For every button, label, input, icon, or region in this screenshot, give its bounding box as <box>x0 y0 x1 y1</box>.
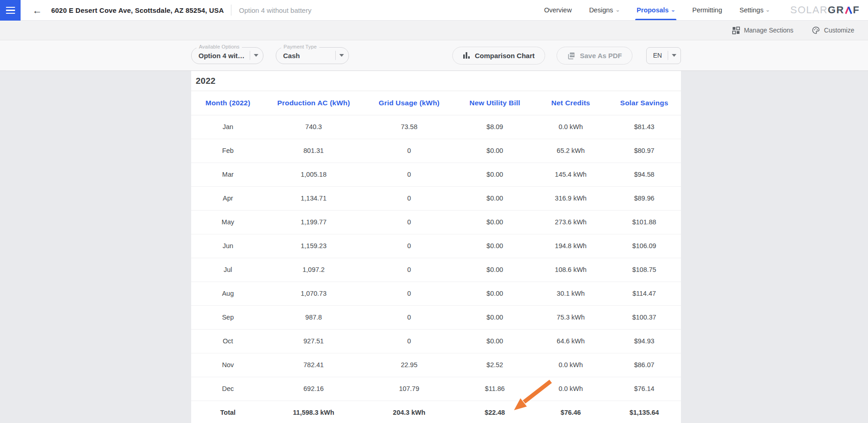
table-total-row: Total11,598.3 kWh204.3 kWh$22.48$76.46$1… <box>191 401 681 423</box>
table-cell: $80.97 <box>607 139 681 163</box>
table-cell: 1,199.77 <box>265 210 363 234</box>
table-cell: $89.96 <box>607 186 681 210</box>
table-cell: 0 <box>363 234 455 258</box>
table-row: Dec692.16107.79$11.860.0 kWh$76.14 <box>191 377 681 401</box>
table-cell: 204.3 kWh <box>363 401 455 423</box>
nav-proposals[interactable]: Proposals ⌄ <box>628 0 684 20</box>
table-cell: $76.46 <box>534 401 608 423</box>
language-value: EN <box>653 52 668 59</box>
table-cell: $0.00 <box>455 305 534 329</box>
table-row: Feb801.310$0.0065.2 kWh$80.97 <box>191 139 681 163</box>
table-row: Aug1,070.730$0.0030.1 kWh$114.47 <box>191 282 681 305</box>
table-cell: 22.95 <box>363 353 455 377</box>
manage-sections-button[interactable]: Manage Sections <box>732 27 793 34</box>
project-address: 6020 E Desert Cove Ave, Scottsdale, AZ 8… <box>51 6 224 14</box>
table-cell: 782.41 <box>265 353 363 377</box>
table-cell: 1,005.18 <box>265 163 363 186</box>
table-cell: $0.00 <box>455 282 534 305</box>
column-header-solar-savings: Solar Savings <box>607 91 681 115</box>
table-cell: 107.79 <box>363 377 455 401</box>
table-cell: $81.43 <box>607 115 681 139</box>
table-cell: 0 <box>363 139 455 163</box>
language-select[interactable]: EN <box>646 47 681 64</box>
table-cell: $100.37 <box>607 305 681 329</box>
customize-button[interactable]: Customize <box>812 26 854 34</box>
table-cell: 30.1 kWh <box>534 282 608 305</box>
dashboard-grid-icon <box>732 27 740 34</box>
column-header-month: Month (2022) <box>191 91 265 115</box>
table-cell: 0.0 kWh <box>534 377 608 401</box>
available-options-select[interactable]: Available Options Option 4 with... <box>191 47 263 64</box>
table-cell: 0 <box>363 258 455 282</box>
table-cell: 73.58 <box>363 115 455 139</box>
table-row: Jan740.373.58$8.090.0 kWh$81.43 <box>191 115 681 139</box>
year-heading: 2022 <box>191 71 681 91</box>
table-cell: Sep <box>191 305 265 329</box>
chevron-down-icon <box>254 54 258 57</box>
table-cell: $22.48 <box>455 401 534 423</box>
table-cell: Feb <box>191 139 265 163</box>
table-row: Apr1,134.710$0.00316.9 kWh$89.96 <box>191 186 681 210</box>
table-cell: 740.3 <box>265 115 363 139</box>
chevron-down-icon: ⌄ <box>766 8 771 12</box>
table-cell: 65.2 kWh <box>534 139 608 163</box>
available-options-value: Option 4 with... <box>198 52 245 60</box>
table-cell: 692.16 <box>265 377 363 401</box>
table-cell: $0.00 <box>455 139 534 163</box>
table-cell: Total <box>191 401 265 423</box>
chevron-down-icon <box>339 54 344 57</box>
table-cell: Jan <box>191 115 265 139</box>
palette-icon <box>812 26 820 34</box>
table-cell: 0.0 kWh <box>534 115 608 139</box>
column-header-net-credits: Net Credits <box>534 91 608 115</box>
table-cell: $0.00 <box>455 329 534 353</box>
proposal-toolbar: Available Options Option 4 with... Payme… <box>0 40 868 71</box>
logo-caret-icon <box>845 6 852 14</box>
svg-text:PDF: PDF <box>570 54 574 56</box>
back-arrow-icon[interactable]: ← <box>32 5 42 15</box>
table-cell: 0 <box>363 210 455 234</box>
nav-designs[interactable]: Designs ⌄ <box>580 0 628 20</box>
nav-settings[interactable]: Settings ⌄ <box>731 0 778 20</box>
comparison-chart-button[interactable]: Comparison Chart <box>452 47 545 65</box>
table-cell: $0.00 <box>455 186 534 210</box>
nav-permitting[interactable]: Permitting <box>684 0 731 20</box>
table-cell: $1,135.64 <box>607 401 681 423</box>
table-row: Mar1,005.180$0.00145.4 kWh$94.58 <box>191 163 681 186</box>
table-row: Jul1,097.20$0.00108.6 kWh$108.75 <box>191 258 681 282</box>
table-cell: 1,070.73 <box>265 282 363 305</box>
table-cell: $94.58 <box>607 163 681 186</box>
table-cell: $108.75 <box>607 258 681 282</box>
solargraf-logo: SOLARGRF <box>790 0 860 20</box>
table-cell: $114.47 <box>607 282 681 305</box>
nav-overview[interactable]: Overview <box>536 0 580 20</box>
table-cell: May <box>191 210 265 234</box>
bar-chart-icon <box>463 52 470 59</box>
column-header-production: Production AC (kWh) <box>265 91 363 115</box>
table-cell: 927.51 <box>265 329 363 353</box>
table-cell: Dec <box>191 377 265 401</box>
hamburger-menu-button[interactable] <box>0 0 21 21</box>
payment-type-value: Cash <box>283 52 331 60</box>
table-cell: Jun <box>191 234 265 258</box>
table-cell: 75.3 kWh <box>534 305 608 329</box>
table-cell: 11,598.3 kWh <box>265 401 363 423</box>
payment-type-select[interactable]: Payment Type Cash <box>276 47 349 64</box>
table-cell: Apr <box>191 186 265 210</box>
table-row: Jun1,159.230$0.00194.8 kWh$106.09 <box>191 234 681 258</box>
table-cell: $0.00 <box>455 163 534 186</box>
table-cell: $94.93 <box>607 329 681 353</box>
table-cell: $2.52 <box>455 353 534 377</box>
table-cell: 0 <box>363 329 455 353</box>
table-row: Sep987.80$0.0075.3 kWh$100.37 <box>191 305 681 329</box>
content-area: 2022 Month (2022) Production AC (kWh) Gr… <box>0 71 868 423</box>
table-cell: Oct <box>191 329 265 353</box>
save-as-pdf-button[interactable]: PDF Save As PDF <box>557 47 632 65</box>
table-cell: Jul <box>191 258 265 282</box>
table-header-row: Month (2022) Production AC (kWh) Grid Us… <box>191 91 681 115</box>
table-cell: $0.00 <box>455 258 534 282</box>
chevron-down-icon <box>672 54 676 57</box>
chevron-down-icon: ⌄ <box>615 8 620 12</box>
table-cell: 108.6 kWh <box>534 258 608 282</box>
table-cell: $101.88 <box>607 210 681 234</box>
